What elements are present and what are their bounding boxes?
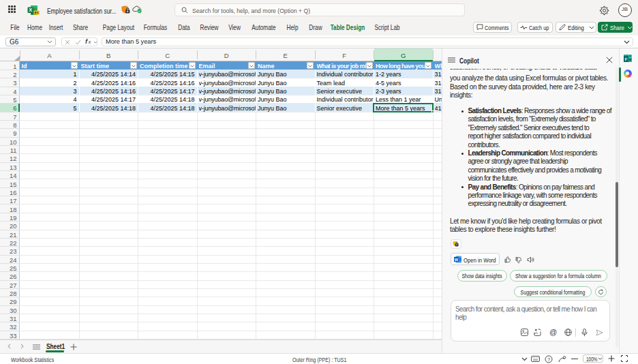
svg-text:X: X <box>29 7 32 13</box>
svg-text:W: W <box>454 257 458 261</box>
svg-text:F: F <box>624 57 627 61</box>
svg-text:?: ? <box>547 356 550 362</box>
